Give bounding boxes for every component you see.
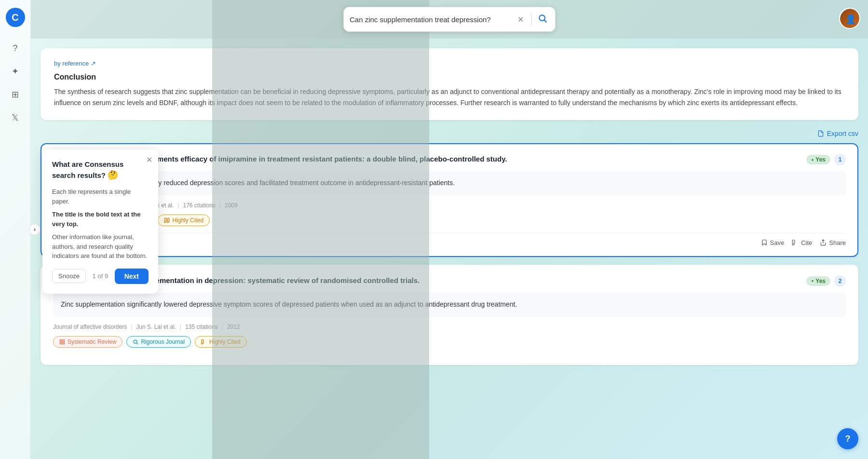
paper-header-1: 📄 Zinc supplementation augments efficacy… — [53, 154, 846, 165]
tooltip-body-1: Each tile represents a single paper. — [52, 187, 149, 206]
yes-badge-1: Yes — [806, 155, 830, 164]
share-btn-1[interactable]: Share — [820, 239, 846, 246]
sidebar-item-grid[interactable]: ⊞ — [6, 85, 25, 104]
next-button[interactable]: Next — [115, 269, 149, 284]
reference-link[interactable]: by reference ↗ — [54, 60, 845, 67]
cite-btn-1[interactable]: Cite — [792, 239, 812, 246]
paper-card-1: 📄 Zinc supplementation augments efficacy… — [41, 143, 858, 257]
paper-snippet-1: Zinc supplementation significantly reduc… — [53, 171, 846, 195]
paper-header-2: 📄 The efficacy of zinc supplementation i… — [53, 275, 846, 287]
export-row: Export csv — [41, 130, 858, 137]
search-overlay: ✕ — [31, 0, 868, 39]
paper-snippet-2: Zinc supplementation significantly lower… — [53, 293, 846, 317]
svg-rect-10 — [63, 342, 65, 344]
tooltip-body-2: The title is the bold text at the very t… — [52, 210, 149, 229]
svg-rect-9 — [60, 342, 62, 344]
tooltip-card: ✕ What are Consensus search results? 🤔 E… — [42, 149, 158, 294]
export-label: Export csv — [827, 130, 858, 137]
paper-verdict-badges-2: Yes 2 — [806, 275, 846, 287]
tooltip-title: What are Consensus search results? 🤔 — [52, 159, 149, 181]
svg-line-1 — [544, 20, 547, 22]
tag-systematic-2: Systematic Review — [53, 336, 122, 348]
paper-card-2: 📄 The efficacy of zinc supplementation i… — [41, 265, 858, 365]
svg-line-12 — [137, 343, 138, 344]
yes-badge-2: Yes — [806, 276, 830, 286]
search-button[interactable] — [536, 12, 549, 27]
tooltip-close-btn[interactable]: ✕ — [146, 155, 152, 164]
svg-point-0 — [539, 15, 545, 21]
authors-2: Jun S. Lai et al. — [136, 324, 176, 330]
conclusion-heading: Conclusion — [54, 73, 845, 81]
conclusion-text: The synthesis of research suggests that … — [54, 86, 845, 108]
paper-meta-1: Journal of affective disorders | M. Siwe… — [53, 202, 846, 209]
paper-tags-1: RCT Rigorous Journal Highly Cited — [53, 215, 846, 226]
content-area: by reference ↗ Conclusion The synthesis … — [41, 39, 858, 382]
help-button[interactable]: ? — [837, 428, 858, 449]
search-bar: ✕ — [343, 7, 556, 32]
sidebar-expand-btn[interactable]: › — [29, 224, 41, 235]
progress-text: 1 of 9 — [93, 272, 108, 280]
paper-actions-1: ▾ ✦ Study Snapshot Save Cite Sha — [53, 233, 846, 246]
snooze-button[interactable]: Snooze — [52, 269, 86, 283]
clear-icon[interactable]: ✕ — [515, 13, 526, 26]
divider — [531, 14, 532, 25]
svg-rect-7 — [60, 339, 62, 341]
action-buttons-1: Save Cite Share — [761, 239, 846, 246]
number-badge-2: 2 — [834, 275, 846, 287]
paper-verdict-badges-1: Yes 1 — [806, 154, 846, 165]
tag-rigorous-2: Rigorous Journal — [126, 336, 191, 348]
svg-rect-8 — [63, 339, 65, 341]
export-csv-button[interactable]: Export csv — [817, 130, 858, 137]
user-avatar[interactable]: 👤 — [839, 8, 860, 29]
paper-tags-2: Systematic Review Rigorous Journal Highl… — [53, 336, 846, 348]
sidebar: C ? ✦ ⊞ 𝕏 › — [0, 0, 31, 459]
conclusion-card: by reference ↗ Conclusion The synthesis … — [41, 48, 858, 120]
save-btn-1[interactable]: Save — [761, 239, 785, 246]
journal-2: Journal of affective disorders — [53, 324, 127, 330]
citations-1: 176 citations — [183, 202, 215, 209]
svg-point-11 — [134, 340, 137, 343]
paper-meta-2: Journal of affective disorders | Jun S. … — [53, 324, 846, 330]
logo-icon[interactable]: C — [6, 8, 25, 27]
tag-cited-1: Highly Cited — [158, 215, 210, 226]
tooltip-emoji: 🤔 — [108, 170, 118, 180]
tooltip-body-3: Other information like journal, authors,… — [52, 232, 149, 261]
tooltip-footer: Snooze 1 of 9 Next — [52, 269, 149, 284]
number-badge-1: 1 — [834, 154, 846, 165]
sidebar-item-twitter[interactable]: 𝕏 — [6, 108, 25, 127]
center-overlay-panel — [212, 0, 429, 459]
tooltip-bold-text: The title is the bold text at the very t… — [52, 211, 140, 228]
search-input[interactable] — [350, 15, 515, 24]
sidebar-item-question[interactable]: ? — [6, 39, 25, 58]
sidebar-item-ai[interactable]: ✦ — [6, 62, 25, 81]
